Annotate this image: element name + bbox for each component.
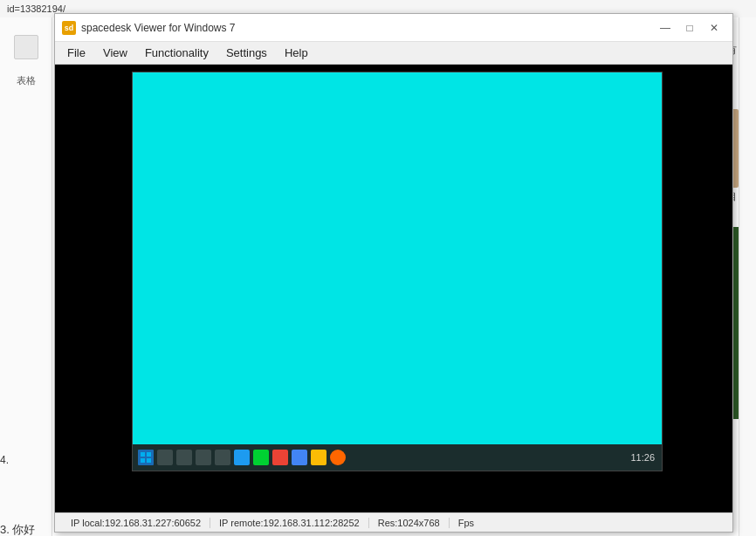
- status-ip-local: IP local:192.168.31.227:60652: [62, 518, 210, 528]
- taskbar-time: 11:26: [630, 452, 655, 463]
- app-window: sd spacedesk Viewer for Windows 7 — □ ✕ …: [54, 13, 733, 533]
- menu-help[interactable]: Help: [276, 45, 317, 61]
- taskbar-search-icon: [157, 450, 173, 465]
- taskbar-app4-icon: [311, 450, 326, 465]
- minimize-button[interactable]: —: [654, 19, 677, 37]
- taskbar-folder-icon: [215, 450, 230, 465]
- start-button-icon: [138, 450, 154, 465]
- taskbar-app2-icon: [272, 450, 288, 465]
- taskbar-gear-icon: [196, 450, 211, 465]
- remote-taskbar: 11:26: [133, 444, 662, 471]
- svg-rect-0: [141, 452, 145, 457]
- menu-settings[interactable]: Settings: [217, 45, 276, 61]
- bg-step3-text: 3. 你好: [0, 522, 35, 536]
- menu-view[interactable]: View: [94, 45, 136, 61]
- bg-grid-label: 表格: [17, 74, 36, 87]
- content-area: 11:26: [55, 65, 732, 512]
- bg-step4-text: 4.: [0, 454, 9, 466]
- menu-functionality[interactable]: Functionality: [136, 45, 217, 61]
- taskbar-app5-icon: [330, 450, 346, 465]
- menu-file[interactable]: File: [58, 45, 94, 61]
- window-title: spacedesk Viewer for Windows 7: [81, 22, 236, 34]
- status-bar: IP local:192.168.31.227:60652 IP remote:…: [55, 512, 732, 532]
- taskbar-task-icon: [176, 450, 192, 465]
- title-bar: sd spacedesk Viewer for Windows 7 — □ ✕: [55, 14, 732, 42]
- svg-rect-1: [147, 452, 151, 457]
- remote-display: 11:26: [132, 72, 663, 471]
- svg-rect-3: [147, 458, 151, 463]
- bg-right-sidebar: [739, 17, 756, 536]
- title-bar-controls: — □ ✕: [654, 19, 725, 37]
- svg-rect-2: [141, 458, 145, 463]
- taskbar-app1-icon: [253, 450, 269, 465]
- taskbar-twitter-icon: [234, 450, 250, 465]
- status-resolution: Res:1024x768: [369, 518, 450, 528]
- taskbar-app3-icon: [292, 450, 307, 465]
- title-bar-left: sd spacedesk Viewer for Windows 7: [62, 21, 236, 35]
- bg-grid-icon: [14, 35, 38, 59]
- status-ip-remote: IP remote:192.168.31.112:28252: [210, 518, 369, 528]
- close-button[interactable]: ✕: [703, 19, 725, 37]
- status-fps: Fps: [450, 518, 483, 528]
- menu-bar: File View Functionality Settings Help: [55, 42, 732, 65]
- app-icon: sd: [62, 21, 76, 35]
- maximize-button[interactable]: □: [678, 19, 701, 37]
